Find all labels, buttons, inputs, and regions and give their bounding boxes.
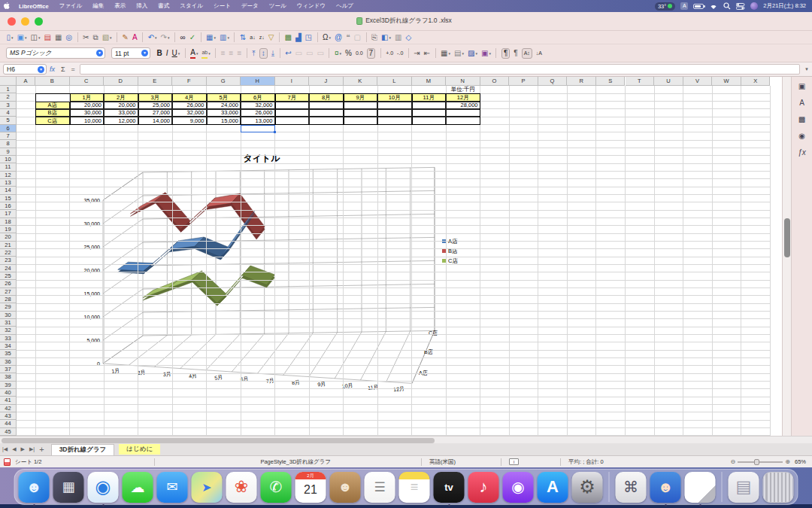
row-header-42[interactable]: 42 bbox=[0, 405, 17, 412]
column-header-C[interactable]: C bbox=[70, 77, 105, 86]
value-cell[interactable] bbox=[377, 102, 412, 109]
column-header-T[interactable]: T bbox=[626, 77, 655, 86]
column-header-E[interactable]: E bbox=[138, 77, 173, 86]
appletv-icon[interactable]: tv bbox=[434, 472, 465, 503]
spellcheck-button[interactable]: ✓ bbox=[189, 33, 195, 42]
column-header-W[interactable]: W bbox=[712, 77, 741, 86]
sum-icon[interactable]: Σ bbox=[61, 65, 65, 73]
column-header-H[interactable]: H bbox=[241, 77, 275, 86]
number-format-button[interactable]: 0.0 bbox=[356, 49, 363, 58]
row-header-6[interactable]: 6 bbox=[0, 125, 17, 132]
safari-icon[interactable]: ◉ bbox=[88, 472, 119, 503]
delete-decimal-button[interactable]: -.0 bbox=[397, 49, 403, 58]
month-header-cell[interactable]: 4月 bbox=[172, 93, 207, 101]
column-header-A[interactable]: A bbox=[17, 77, 35, 86]
month-header-cell[interactable]: 12月 bbox=[446, 93, 480, 101]
column-header-O[interactable]: O bbox=[480, 77, 510, 86]
shapes-button[interactable]: ▢ bbox=[354, 33, 361, 42]
row-header-33[interactable]: 33 bbox=[0, 335, 17, 342]
menu-item-8[interactable]: ツール bbox=[264, 2, 292, 10]
value-cell[interactable] bbox=[412, 117, 447, 124]
menu-item-0[interactable]: ファイル bbox=[54, 2, 88, 10]
comment-button[interactable]: ❝ bbox=[346, 33, 350, 42]
insert-image-button[interactable]: ▩ bbox=[284, 33, 291, 42]
value-cell[interactable] bbox=[309, 102, 344, 109]
row-header-4[interactable]: 4 bbox=[0, 109, 17, 117]
print-range-button[interactable]: ⎘ bbox=[371, 33, 377, 42]
ltr-button[interactable]: ¶ bbox=[501, 48, 510, 59]
date-format-button[interactable]: 7 bbox=[367, 48, 376, 59]
navigator-icon[interactable]: ◉ bbox=[795, 129, 809, 143]
battery-icon[interactable] bbox=[693, 4, 704, 9]
zoom-slider[interactable]: ⊖ ⊕ bbox=[731, 458, 790, 465]
row-header-28[interactable]: 28 bbox=[0, 296, 17, 303]
value-cell[interactable]: 20,000 bbox=[104, 102, 138, 109]
row-header-34[interactable]: 34 bbox=[0, 342, 17, 350]
page-style[interactable]: PageStyle_3D折れ線グラフ bbox=[260, 458, 331, 466]
row-header-26[interactable]: 26 bbox=[0, 280, 17, 287]
input-source-icon[interactable]: A bbox=[680, 2, 688, 10]
freeze-panes-button[interactable]: ◧▾ bbox=[381, 33, 391, 42]
menu-item-7[interactable]: データ bbox=[236, 2, 264, 10]
value-cell[interactable]: 12,000 bbox=[104, 117, 138, 124]
value-cell[interactable] bbox=[275, 109, 310, 117]
styles-icon[interactable]: A bbox=[795, 96, 809, 110]
text-language[interactable]: 英語(米国) bbox=[429, 458, 456, 466]
row-header-10[interactable]: 10 bbox=[0, 156, 17, 163]
column-header-M[interactable]: M bbox=[412, 77, 447, 86]
music-icon[interactable]: ♪ bbox=[468, 472, 499, 503]
month-header-cell[interactable]: 1月 bbox=[70, 93, 105, 101]
row-header-38[interactable]: 38 bbox=[0, 373, 17, 381]
close-window-button[interactable] bbox=[8, 17, 16, 26]
row-header-19[interactable]: 19 bbox=[0, 226, 17, 233]
calendar-icon[interactable]: 2月21 bbox=[295, 472, 326, 503]
value-cell[interactable] bbox=[377, 117, 412, 124]
undo-button[interactable]: ↶▾ bbox=[148, 33, 157, 42]
row-header-13[interactable]: 13 bbox=[0, 179, 17, 187]
formula-input[interactable] bbox=[80, 64, 800, 75]
value-cell[interactable] bbox=[446, 117, 480, 124]
value-cell[interactable] bbox=[412, 109, 447, 117]
sheet-nav-button-0[interactable]: |◀ bbox=[2, 446, 8, 452]
selection-mode-icon[interactable]: I bbox=[509, 458, 519, 465]
sort-ascending-button[interactable]: a↓ bbox=[250, 33, 255, 42]
row-header-7[interactable]: 7 bbox=[0, 132, 17, 140]
add-sheet-button[interactable]: + bbox=[39, 445, 44, 454]
value-cell[interactable] bbox=[344, 109, 378, 117]
photos-icon[interactable]: ❀ bbox=[226, 472, 257, 503]
column-header-P[interactable]: P bbox=[509, 77, 538, 86]
month-header-cell[interactable]: 5月 bbox=[207, 93, 241, 101]
value-cell[interactable]: 13,000 bbox=[241, 117, 275, 124]
value-cell[interactable] bbox=[446, 109, 480, 117]
value-cell[interactable]: 25,000 bbox=[138, 102, 173, 109]
redo-button[interactable]: ↷▾ bbox=[161, 33, 170, 42]
functions-icon[interactable]: ƒx bbox=[795, 146, 809, 160]
value-cell[interactable]: 26,000 bbox=[241, 109, 275, 117]
autofilter-button[interactable]: ▽ bbox=[268, 33, 274, 42]
weather-widget[interactable]: 33° bbox=[655, 2, 675, 11]
insert-frame-button[interactable]: ◳ bbox=[305, 33, 312, 42]
align-right-button[interactable]: ≡ bbox=[237, 49, 241, 58]
row-header-36[interactable]: 36 bbox=[0, 358, 17, 366]
column-header-V[interactable]: V bbox=[683, 77, 713, 86]
background-color-button[interactable]: ▨▾ bbox=[468, 49, 477, 58]
equals-icon[interactable]: = bbox=[71, 65, 75, 73]
row-header-29[interactable]: 29 bbox=[0, 303, 17, 311]
value-cell[interactable]: 14,000 bbox=[138, 117, 173, 124]
percent-format-button[interactable]: % bbox=[345, 49, 352, 58]
unmerge-cells-button[interactable]: ▭ bbox=[317, 49, 323, 58]
open-button[interactable]: ▣▾ bbox=[17, 33, 27, 42]
menu-item-10[interactable]: ヘルプ bbox=[331, 2, 359, 10]
column-header-L[interactable]: L bbox=[377, 77, 412, 86]
underline-button[interactable]: U▾ bbox=[172, 49, 180, 58]
new-document-button[interactable]: ▯▾ bbox=[7, 33, 14, 42]
notes-icon[interactable]: ≡ bbox=[399, 472, 430, 503]
zoom-window-button[interactable] bbox=[35, 17, 43, 26]
value-cell[interactable] bbox=[412, 102, 447, 109]
month-header-cell[interactable]: 9月 bbox=[344, 93, 378, 101]
border-style-button[interactable]: ▤▾ bbox=[454, 49, 464, 58]
row-header-22[interactable]: 22 bbox=[0, 249, 17, 257]
row-header-43[interactable]: 43 bbox=[0, 412, 17, 420]
draw-functions-button[interactable]: ◇ bbox=[405, 33, 411, 42]
chip-utility-app-icon[interactable]: ⌘ bbox=[616, 472, 647, 503]
